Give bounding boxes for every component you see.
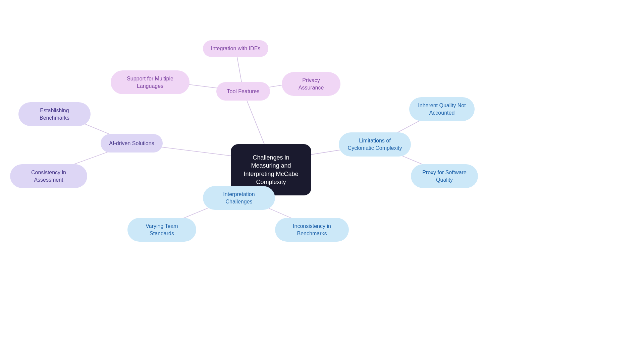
tool-features-node: Tool Features xyxy=(216,82,270,101)
support-languages-node: Support for Multiple Languages xyxy=(111,70,190,94)
limitations-cyclomatic-node: Limitations of Cyclomatic Complexity xyxy=(339,132,411,157)
proxy-software-node: Proxy for Software Quality xyxy=(411,164,478,188)
ai-solutions-node: AI-driven Solutions xyxy=(101,134,163,153)
inherent-quality-node: Inherent Quality Not Accounted xyxy=(409,97,475,121)
integration-ides-node: Integration with IDEs xyxy=(203,40,268,57)
varying-team-node: Varying Team Standards xyxy=(127,218,196,242)
mind-map: Challenges in Measuring and Interpreting… xyxy=(0,0,644,363)
consistency-assessment-node: Consistency in Assessment xyxy=(10,164,87,188)
privacy-assurance-node: Privacy Assurance xyxy=(282,72,340,96)
interpretation-challenges-node: Interpretation Challenges xyxy=(203,186,275,210)
connections-svg xyxy=(0,0,644,363)
inconsistency-benchmarks-node: Inconsistency in Benchmarks xyxy=(275,218,349,242)
establishing-benchmarks-node: Establishing Benchmarks xyxy=(18,102,91,126)
